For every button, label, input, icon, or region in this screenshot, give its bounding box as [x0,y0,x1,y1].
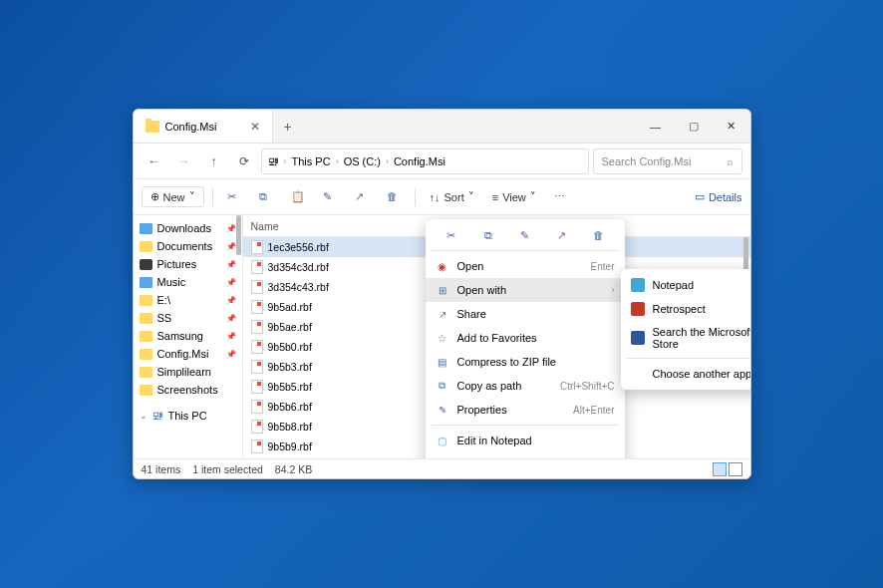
ctx-open[interactable]: ◉OpenEnter [426,254,625,278]
pin-icon: 📌 [226,350,236,359]
ctx-open-with[interactable]: ⊞Open with› [426,278,625,302]
ctx-share-skype[interactable]: ●Share with Skype [426,452,625,458]
trash-icon[interactable]: 🗑 [590,227,606,243]
refresh-button[interactable]: ⟳ [231,148,257,174]
separator [432,425,619,426]
breadcrumb-segment[interactable]: OS (C:) [344,155,381,167]
search-input[interactable]: Search Config.Msi ⌕ [593,148,742,174]
view-thumbnails-button[interactable] [729,462,742,476]
open-with-icon: ⊞ [436,283,449,297]
notepad-icon: ▢ [436,434,449,447]
sidebar-label: Samsung [157,330,203,342]
folder-icon [140,367,152,378]
sidebar-item[interactable]: Documents📌 [134,237,242,255]
sidebar-item[interactable]: E:\📌 [134,291,242,309]
ctx-properties[interactable]: ✎PropertiesAlt+Enter [426,398,625,422]
details-button[interactable]: ▭ Details [695,190,742,203]
submenu-store[interactable]: Search the Microsoft Store [621,321,750,355]
file-icon [251,300,263,314]
ctx-add-favorites[interactable]: ☆Add to Favorites [426,326,625,350]
context-icon-row: ✂ ⧉ ✎ ↗ 🗑 [426,223,625,247]
trash-icon: 🗑 [387,190,401,204]
context-menu: ✂ ⧉ ✎ ↗ 🗑 ◉OpenEnter ⊞Open with› ↗Share … [426,219,625,458]
file-explorer-window: Config.Msi ✕ + — ▢ ✕ ← → ↑ ⟳ 🖳 › This PC… [133,109,751,479]
folder-icon [140,349,152,360]
cut-button[interactable]: ✂ [221,186,247,208]
view-button[interactable]: ≡ View ˅ [486,186,542,207]
minimize-button[interactable]: — [637,110,675,144]
file-icon [251,440,263,453]
more-button[interactable]: ⋯ [548,186,571,207]
submenu-notepad[interactable]: Notepad [621,273,750,297]
file-icon [251,320,263,334]
back-button[interactable]: ← [142,148,167,174]
delete-button[interactable]: 🗑 [381,186,407,208]
copy-icon[interactable]: ⧉ [480,227,496,243]
ctx-share[interactable]: ↗Share [426,302,625,326]
blank-icon [631,367,645,381]
folder-icon [140,223,152,234]
sidebar-item[interactable]: Config.Msi📌 [134,345,242,363]
file-icon [251,400,263,414]
status-bar: 41 items 1 item selected 84.2 KB [134,458,750,478]
address-bar: ← → ↑ ⟳ 🖳 › This PC › OS (C:) › Config.M… [134,144,750,179]
close-tab-icon[interactable]: ✕ [250,120,260,134]
sort-button[interactable]: ↑↓ Sort ˅ [424,186,480,207]
breadcrumb-segment[interactable]: Config.Msi [394,155,445,167]
tab-active[interactable]: Config.Msi ✕ [134,110,273,143]
cut-icon[interactable]: ✂ [443,227,459,243]
folder-icon [140,385,152,396]
sidebar-item[interactable]: Downloads📌 [134,219,242,237]
ctx-compress-zip[interactable]: ▤Compress to ZIP file [426,350,625,374]
search-icon: ⌕ [727,155,734,167]
sidebar-item[interactable]: Samsung📌 [134,327,242,345]
paste-button[interactable]: 📋 [285,186,311,208]
new-tab-button[interactable]: + [273,119,303,135]
folder-icon [140,259,152,270]
sidebar-item[interactable]: Simplilearn [134,363,242,381]
notepad-icon [631,278,645,292]
close-button[interactable]: ✕ [713,110,750,144]
chevron-down-icon: ⌄ [140,411,147,421]
ctx-edit-notepad[interactable]: ▢Edit in Notepad [426,429,625,452]
breadcrumb-segment[interactable]: This PC [292,155,331,167]
scrollbar[interactable] [236,215,241,255]
sidebar-item-thispc[interactable]: ⌄ 🖳 This PC [134,407,242,425]
folder-icon [140,277,152,288]
share-button[interactable]: ↗ [349,186,375,208]
pin-icon: 📌 [226,296,236,305]
submenu-choose-app[interactable]: Choose another app [621,362,750,386]
forward-button[interactable]: → [171,148,197,174]
maximize-button[interactable]: ▢ [675,110,713,144]
pin-icon: 📌 [226,332,236,341]
sidebar-item[interactable]: Music📌 [134,273,242,291]
sidebar-item[interactable]: Pictures📌 [134,255,242,273]
pin-icon: 📌 [226,224,236,233]
copy-button[interactable]: ⧉ [253,186,279,208]
file-icon [251,420,263,434]
sidebar-label: Simplilearn [157,366,211,378]
new-button[interactable]: ⊕ New ˅ [142,186,204,207]
breadcrumb[interactable]: 🖳 › This PC › OS (C:) › Config.Msi [261,148,589,174]
up-button[interactable]: ↑ [201,148,227,174]
file-icon [251,240,263,254]
sidebar-item[interactable]: Screenshots [134,381,242,399]
ctx-copy-path[interactable]: ⧉Copy as pathCtrl+Shift+C [426,374,625,398]
store-icon [631,331,645,345]
folder-icon [140,331,152,342]
star-icon: ☆ [436,331,449,345]
rename-icon[interactable]: ✎ [516,227,532,243]
copy-path-icon: ⧉ [436,379,449,393]
sidebar-label: E:\ [157,294,170,306]
share-icon[interactable]: ↗ [553,227,569,243]
tab-title: Config.Msi [165,121,217,133]
separator [627,358,750,359]
sidebar-item[interactable]: SS📌 [134,309,242,327]
view-details-button[interactable] [713,462,727,476]
rename-button[interactable]: ✎ [317,186,343,208]
skype-icon: ● [436,457,449,458]
submenu-retrospect[interactable]: Retrospect [621,297,750,321]
file-icon [251,380,263,394]
status-selected: 1 item selected [192,463,263,475]
chevron-right-icon: › [333,156,342,166]
